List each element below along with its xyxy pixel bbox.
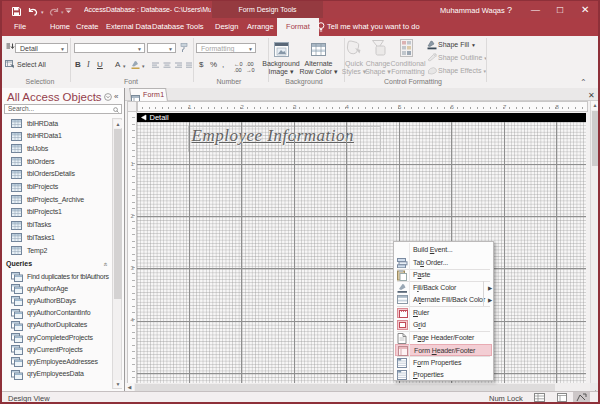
svg-text:Detail: Detail [150,113,170,122]
